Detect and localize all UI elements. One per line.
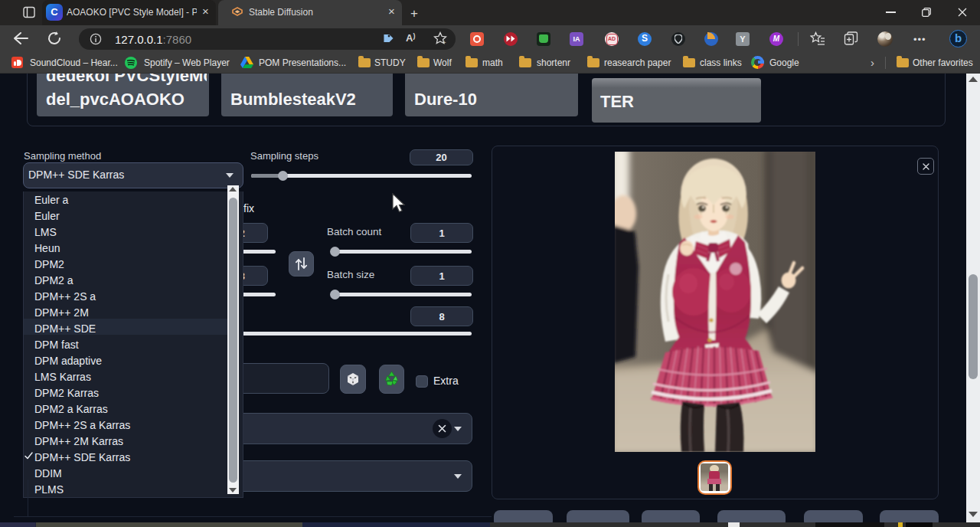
svg-text:+: + bbox=[443, 39, 446, 45]
